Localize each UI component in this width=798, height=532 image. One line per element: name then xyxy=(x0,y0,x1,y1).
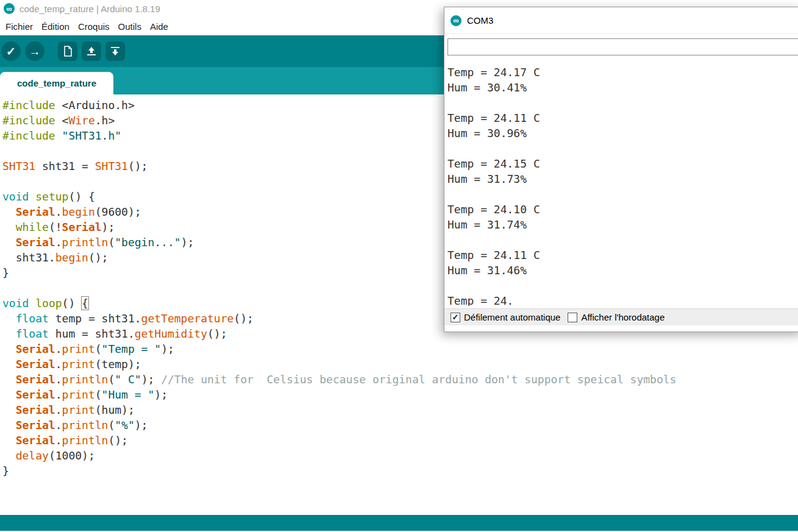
timestamp-label: Afficher l'horodatage xyxy=(581,312,664,322)
serial-output-line xyxy=(447,186,798,202)
checkbox-checked-icon: ✓ xyxy=(451,313,460,322)
open-button[interactable] xyxy=(82,41,101,61)
serial-output-line: Hum = 31.73% xyxy=(447,171,798,186)
menu-fichier[interactable]: Fichier xyxy=(1,21,37,32)
menu-aide[interactable]: Aide xyxy=(146,21,173,32)
window-title: code_temp_rature | Arduino 1.8.19 xyxy=(20,4,160,14)
serial-bottom-bar: ✓ Défilement automatique Afficher l'horo… xyxy=(444,308,798,325)
right-arrow-icon: → xyxy=(29,46,41,57)
screen: { "ide": { "title": "code_temp_rature | … xyxy=(0,0,798,532)
arduino-logo-icon: ∞ xyxy=(4,3,15,14)
serial-output-line: Hum = 30.41% xyxy=(447,80,798,95)
serial-output-line: Hum = 31.74% xyxy=(447,217,798,232)
serial-output-line: Temp = 24. xyxy=(447,293,798,306)
serial-output[interactable]: Temp = 24.17 CHum = 30.41%Temp = 24.11 C… xyxy=(447,65,798,306)
serial-output-line xyxy=(447,232,798,247)
code-line: Serial.println("%"); xyxy=(2,417,676,433)
serial-output-line xyxy=(447,278,798,293)
code-line: delay(1000); xyxy=(2,448,676,463)
tab-code-temp-rature[interactable]: code_temp_rature xyxy=(0,72,113,94)
code-line: Serial.println(" C"); //The unit for Cel… xyxy=(2,372,676,387)
timestamp-checkbox[interactable]: Afficher l'horodatage xyxy=(568,312,664,322)
tab-label: code_temp_rature xyxy=(17,78,96,88)
new-sketch-button[interactable] xyxy=(58,41,77,61)
arduino-logo-icon: ∞ xyxy=(451,15,461,26)
verify-button[interactable]: ✓ xyxy=(1,41,21,61)
save-button[interactable] xyxy=(105,41,125,61)
down-arrow-icon xyxy=(110,46,121,56)
serial-output-line xyxy=(447,141,798,156)
menu-outils[interactable]: Outils xyxy=(114,21,146,32)
menu-croquis[interactable]: Croquis xyxy=(74,21,114,32)
menu-edition[interactable]: Édition xyxy=(37,21,74,32)
upload-button[interactable]: → xyxy=(25,41,45,61)
document-icon xyxy=(63,46,73,57)
serial-output-line: Temp = 24.10 C xyxy=(447,202,798,217)
serial-monitor-window: ∞ COM3 Temp = 24.17 CHum = 30.41%Temp = … xyxy=(444,7,798,332)
autoscroll-label: Défilement automatique xyxy=(464,312,560,322)
status-bar xyxy=(0,515,798,531)
code-line: Serial.print(temp); xyxy=(2,356,676,372)
serial-input[interactable] xyxy=(447,38,798,55)
code-line: Serial.print("Hum = "); xyxy=(2,387,676,402)
check-icon: ✓ xyxy=(6,46,16,57)
code-line: Serial.println(); xyxy=(2,433,676,448)
code-line: Serial.print("Temp = "); xyxy=(2,341,676,356)
serial-output-line: Temp = 24.17 C xyxy=(447,65,798,80)
checkbox-unchecked-icon xyxy=(568,313,577,322)
code-line: } xyxy=(2,463,676,478)
serial-output-line: Hum = 30.96% xyxy=(447,126,798,141)
serial-output-line xyxy=(447,95,798,110)
serial-output-line: Hum = 31.46% xyxy=(447,263,798,278)
serial-window-title: COM3 xyxy=(467,15,493,26)
autoscroll-checkbox[interactable]: ✓ Défilement automatique xyxy=(451,312,560,322)
serial-output-line: Temp = 24.15 C xyxy=(447,156,798,171)
serial-output-line: Temp = 24.11 C xyxy=(447,110,798,126)
up-arrow-icon xyxy=(86,46,97,56)
serial-title-bar[interactable]: ∞ COM3 xyxy=(444,7,798,34)
code-line: Serial.print(hum); xyxy=(2,402,676,417)
serial-output-line: Temp = 24.11 C xyxy=(447,247,798,263)
